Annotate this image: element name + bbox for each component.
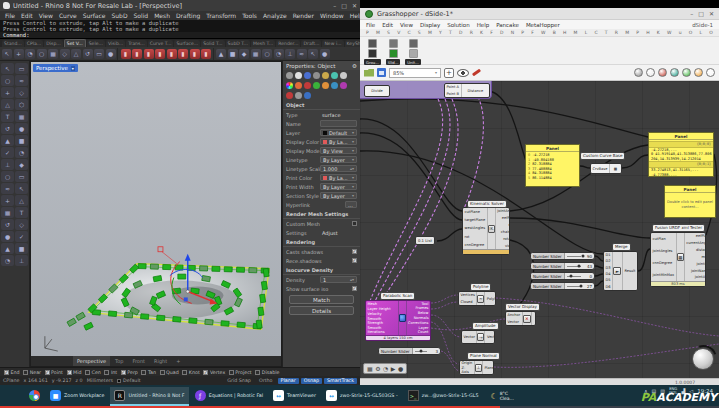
display-mode-ball-icon[interactable] xyxy=(646,68,655,77)
number-slider-small-knob[interactable] xyxy=(419,350,422,353)
properties-tab-icon[interactable] xyxy=(286,72,293,79)
gh-tab-letter[interactable]: D xyxy=(459,30,462,35)
widget-icon[interactable]: ▶ xyxy=(391,365,396,372)
rhino-toolbar-tab[interactable]: Stand... xyxy=(2,40,24,47)
weather-widget[interactable]: ☾8°CClea... xyxy=(490,392,513,402)
gh-menu-metahopper[interactable]: MetaHopper xyxy=(526,22,560,28)
render-tool-icon[interactable]: ▮ xyxy=(144,49,154,59)
sidebar-tool-icon[interactable]: T xyxy=(15,207,28,218)
viewport-tab-perspective[interactable]: Perspective xyxy=(73,356,110,366)
rhino-icon[interactable]: R xyxy=(114,390,125,401)
sidebar-tool-icon[interactable]: ⊥ xyxy=(1,159,14,170)
navball-widget[interactable] xyxy=(692,348,714,370)
terminal-icon[interactable]: >_ xyxy=(408,390,419,401)
osnap-knot[interactable]: Knot xyxy=(182,370,200,375)
viewport-tool-icon[interactable]: + xyxy=(14,49,24,59)
gh-tab-letter[interactable]: R xyxy=(470,30,473,35)
taskbar-item-zoom[interactable]: ■Zoom Workplace xyxy=(46,387,108,406)
viewport-tool-icon[interactable]: ▦ xyxy=(48,49,58,59)
rhino-menu-edit[interactable]: Edit xyxy=(21,12,33,19)
properties-tab-icon[interactable] xyxy=(286,92,293,99)
number-slider-3-knob[interactable] xyxy=(569,275,572,278)
urdf-tester[interactable]: cutPlanjointAnglescnnDegreejointMinMax▦e… xyxy=(650,232,706,287)
rhino-toolbar-tab[interactable]: CPla... xyxy=(25,40,43,47)
osnap-project[interactable]: Project xyxy=(229,370,252,375)
close-icon[interactable]: ✕ xyxy=(352,2,357,9)
rhino-menu-view[interactable]: View xyxy=(39,12,53,19)
gh-tab-letter[interactable]: W xyxy=(667,30,671,35)
open-file-icon[interactable] xyxy=(364,69,374,77)
viewport-title-tab[interactable]: Perspective ▾ xyxy=(33,64,78,72)
checkbox-icon[interactable] xyxy=(182,370,187,375)
sidebar-tool-icon[interactable]: ⊥ xyxy=(15,255,28,266)
properties-tab-icon[interactable] xyxy=(295,72,302,79)
sidebar-tool-icon[interactable]: ◆ xyxy=(15,159,28,170)
chevron-down-icon[interactable]: ▾ xyxy=(71,66,75,71)
viewport-tool-icon[interactable]: ◆ xyxy=(239,49,249,59)
gh-tab-letter[interactable]: M xyxy=(625,30,629,35)
property-input[interactable] xyxy=(320,120,357,127)
windows-start-icon[interactable] xyxy=(8,390,19,401)
viewport-tool-icon[interactable]: ≈ xyxy=(297,49,307,59)
sketch-pen-icon[interactable] xyxy=(472,69,481,77)
viewport-3d-model[interactable] xyxy=(31,62,281,366)
gh-tab-letter[interactable]: L xyxy=(585,30,588,35)
number-slider-2-track[interactable]: 43 xyxy=(565,263,594,269)
component-icon[interactable] xyxy=(389,39,398,48)
checkbox-icon[interactable]: ✓ xyxy=(352,249,357,254)
kinematic-solver-input-port[interactable]: cutPlane xyxy=(465,210,486,214)
properties-tab-icon[interactable] xyxy=(295,92,302,99)
minimize-icon[interactable]: – xyxy=(333,2,336,9)
widget-icon[interactable]: ● xyxy=(398,365,403,372)
panel-b[interactable]: Panel{0;0;0}-4.27218,...0 41.919140,41.3… xyxy=(648,132,714,177)
display-mode-ball-icon[interactable] xyxy=(682,68,691,77)
urdf-tester-input-port[interactable]: jointAngles xyxy=(653,249,675,253)
sidebar-tool-icon[interactable]: ≈ xyxy=(15,75,28,86)
sidebar-tool-icon[interactable]: ✓ xyxy=(1,147,14,158)
checkbox-icon[interactable]: ✓ xyxy=(45,370,50,375)
viewport-tool-icon[interactable]: ○ xyxy=(37,49,47,59)
rhino-viewport[interactable]: Perspective ▾ PerspectiveTopFrontRight+ xyxy=(30,61,282,367)
sidebar-tool-icon[interactable]: ▲ xyxy=(1,243,14,254)
vector-display-component-input-port[interactable]: Vector xyxy=(508,320,521,324)
urdf-tester-output-port[interactable]: eefPlane xyxy=(696,234,706,238)
gh-tab-letter[interactable]: T xyxy=(449,30,452,35)
checkbox-icon[interactable]: ✓ xyxy=(203,370,208,375)
details-button[interactable]: Details xyxy=(289,306,354,315)
kinematic-solver-input-port[interactable]: rot xyxy=(465,235,486,239)
zoom-extents-icon[interactable]: + xyxy=(444,68,454,78)
teamviewer-icon[interactable]: ↔ xyxy=(273,390,284,401)
kinematic-solver-input-port[interactable]: westAngles xyxy=(465,226,486,230)
number-slider-4-track[interactable]: 27 xyxy=(565,283,594,289)
toggle-ortho[interactable]: Ortho xyxy=(256,378,276,384)
rhino-toolbar-tab[interactable]: New i... xyxy=(322,40,343,47)
osnap-mid[interactable]: ✓Mid xyxy=(67,370,82,375)
polyline-component[interactable]: VerticesClosed≈Polyline xyxy=(458,291,496,306)
polyline-component-output-port[interactable]: Polyline xyxy=(487,297,496,301)
panel-c[interactable]: PanelDouble click to edit panel content.… xyxy=(664,185,716,218)
minimize-icon[interactable]: – xyxy=(690,10,693,17)
merge-component-input-port[interactable]: D2 xyxy=(606,259,611,263)
slicer-component-output-port[interactable]: Corrections xyxy=(408,321,428,325)
sidebar-tool-icon[interactable]: ≈ xyxy=(1,183,14,194)
rhino-menu-tools[interactable]: Tools xyxy=(242,12,257,19)
rhino-menu-drafting[interactable]: Drafting xyxy=(176,12,200,19)
display-mode-ball-icon[interactable] xyxy=(634,68,643,77)
sidebar-tool-icon[interactable]: ○ xyxy=(1,75,14,86)
gh-menu-pancake[interactable]: Pancake xyxy=(496,22,519,28)
component-icon[interactable] xyxy=(368,49,377,58)
toggle-osnap[interactable]: Osnap xyxy=(301,378,322,384)
rhino-command-prompt[interactable]: Command: xyxy=(0,32,360,39)
urdf-tester-output-port[interactable]: distance xyxy=(696,248,706,252)
property-dropdown[interactable]: 1.000▴▾ xyxy=(320,165,357,172)
merge-component-input-port[interactable]: D4 xyxy=(606,272,611,276)
rhino-toolbar-tab[interactable]: SubD T... xyxy=(226,40,250,47)
gh-menu-view[interactable]: View xyxy=(400,22,413,28)
teamviewer-icon[interactable]: ↔ xyxy=(326,390,337,401)
properties-tab-icon[interactable] xyxy=(340,82,347,89)
render-tool-icon[interactable]: ▮ xyxy=(190,49,200,59)
toggle-smarttrack[interactable]: SmartTrack xyxy=(324,378,357,384)
property-dropdown[interactable]: By Layer▾ xyxy=(320,183,357,190)
render-tool-icon[interactable]: ▮ xyxy=(167,49,177,59)
sidebar-tool-icon[interactable]: ↖ xyxy=(1,63,14,74)
